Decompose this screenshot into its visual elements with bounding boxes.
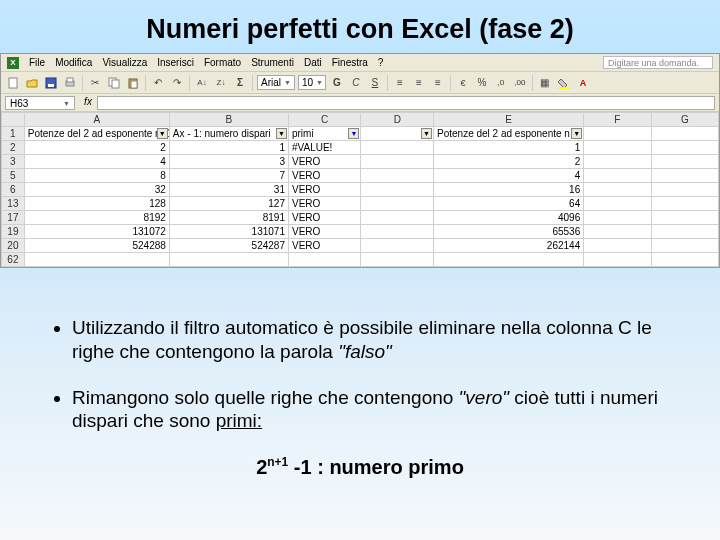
cell[interactable]: VERO <box>288 239 361 253</box>
cell[interactable] <box>651 225 718 239</box>
cell[interactable] <box>651 141 718 155</box>
col-header-A[interactable]: A <box>24 113 169 127</box>
name-box[interactable]: H63▼ <box>5 96 75 110</box>
cell[interactable] <box>24 253 169 267</box>
font-size-box[interactable]: 10▼ <box>298 75 326 90</box>
cell[interactable] <box>361 225 434 239</box>
cut-icon[interactable]: ✂ <box>87 75 103 91</box>
cell[interactable]: 3 <box>169 155 288 169</box>
cell[interactable] <box>584 169 651 183</box>
cell[interactable] <box>651 239 718 253</box>
align-right-icon[interactable]: ≡ <box>430 75 446 91</box>
new-icon[interactable] <box>5 75 21 91</box>
cell[interactable] <box>651 253 718 267</box>
decimal-inc-icon[interactable]: ,0 <box>493 75 509 91</box>
fill-color-icon[interactable] <box>556 75 572 91</box>
cell[interactable]: 2 <box>434 155 584 169</box>
menu-modifica[interactable]: Modifica <box>55 57 92 68</box>
cell[interactable]: ▼ <box>361 127 434 141</box>
cell[interactable] <box>361 155 434 169</box>
menu-help[interactable]: ? <box>378 57 384 68</box>
cell[interactable]: VERO <box>288 197 361 211</box>
copy-icon[interactable] <box>106 75 122 91</box>
print-icon[interactable] <box>62 75 78 91</box>
redo-icon[interactable]: ↷ <box>169 75 185 91</box>
row-header[interactable]: 19 <box>2 225 25 239</box>
cell[interactable] <box>651 169 718 183</box>
menu-inserisci[interactable]: Inserisci <box>157 57 194 68</box>
cell[interactable] <box>361 183 434 197</box>
cell[interactable] <box>584 155 651 169</box>
currency-icon[interactable]: € <box>455 75 471 91</box>
cell[interactable]: 7 <box>169 169 288 183</box>
cell[interactable]: 1 <box>169 141 288 155</box>
col-header-D[interactable]: D <box>361 113 434 127</box>
cell[interactable]: 131072 <box>24 225 169 239</box>
cell[interactable] <box>584 183 651 197</box>
cell[interactable]: VERO <box>288 211 361 225</box>
cell[interactable]: 2 <box>24 141 169 155</box>
save-icon[interactable] <box>43 75 59 91</box>
filter-dropdown-icon[interactable]: ▼ <box>421 128 432 139</box>
cell[interactable] <box>169 253 288 267</box>
align-center-icon[interactable]: ≡ <box>411 75 427 91</box>
cell[interactable]: 127 <box>169 197 288 211</box>
col-header-F[interactable]: F <box>584 113 651 127</box>
row-header[interactable]: 13 <box>2 197 25 211</box>
filter-dropdown-icon[interactable]: ▼ <box>571 128 582 139</box>
cell[interactable]: VERO <box>288 169 361 183</box>
formula-input[interactable] <box>97 96 715 110</box>
cell[interactable]: 4 <box>434 169 584 183</box>
filter-dropdown-icon[interactable]: ▼ <box>157 128 168 139</box>
cell[interactable] <box>584 225 651 239</box>
cell[interactable] <box>651 197 718 211</box>
cell[interactable] <box>651 127 718 141</box>
cell[interactable]: 64 <box>434 197 584 211</box>
menu-strumenti[interactable]: Strumenti <box>251 57 294 68</box>
cell[interactable] <box>651 211 718 225</box>
cell[interactable]: Potenze del 2 ad esponente n▼ <box>434 127 584 141</box>
cell[interactable] <box>584 141 651 155</box>
cell[interactable]: VERO <box>288 225 361 239</box>
cell[interactable]: 8 <box>24 169 169 183</box>
cell[interactable]: 128 <box>24 197 169 211</box>
cell[interactable]: 262144 <box>434 239 584 253</box>
cell[interactable] <box>651 183 718 197</box>
cell[interactable]: Potenze del 2 ad esponente n+1▼ <box>24 127 169 141</box>
cell[interactable] <box>584 239 651 253</box>
select-all-corner[interactable] <box>2 113 25 127</box>
undo-icon[interactable]: ↶ <box>150 75 166 91</box>
col-header-G[interactable]: G <box>651 113 718 127</box>
borders-icon[interactable]: ▦ <box>537 75 553 91</box>
cell[interactable]: primi▼ <box>288 127 361 141</box>
cell[interactable]: 8191 <box>169 211 288 225</box>
percent-icon[interactable]: % <box>474 75 490 91</box>
fx-button[interactable]: fx <box>79 96 97 110</box>
cell[interactable]: 31 <box>169 183 288 197</box>
cell[interactable]: 8192 <box>24 211 169 225</box>
menu-formato[interactable]: Formato <box>204 57 241 68</box>
cell[interactable]: #VALUE! <box>288 141 361 155</box>
align-left-icon[interactable]: ≡ <box>392 75 408 91</box>
decimal-dec-icon[interactable]: ,00 <box>512 75 528 91</box>
sum-icon[interactable]: Σ <box>232 75 248 91</box>
cell[interactable]: 131071 <box>169 225 288 239</box>
menu-file[interactable]: File <box>29 57 45 68</box>
cell[interactable] <box>361 141 434 155</box>
sort-asc-icon[interactable]: A↓ <box>194 75 210 91</box>
row-header[interactable]: 20 <box>2 239 25 253</box>
italic-button[interactable]: C <box>348 75 364 91</box>
cell[interactable] <box>361 211 434 225</box>
row-header[interactable]: 5 <box>2 169 25 183</box>
cell[interactable]: VERO <box>288 155 361 169</box>
cell[interactable] <box>361 253 434 267</box>
menu-dati[interactable]: Dati <box>304 57 322 68</box>
col-header-B[interactable]: B <box>169 113 288 127</box>
row-header[interactable]: 62 <box>2 253 25 267</box>
cell[interactable] <box>288 253 361 267</box>
col-header-C[interactable]: C <box>288 113 361 127</box>
underline-button[interactable]: S <box>367 75 383 91</box>
filter-dropdown-icon[interactable]: ▼ <box>348 128 359 139</box>
cell[interactable]: VERO <box>288 183 361 197</box>
bold-button[interactable]: G <box>329 75 345 91</box>
